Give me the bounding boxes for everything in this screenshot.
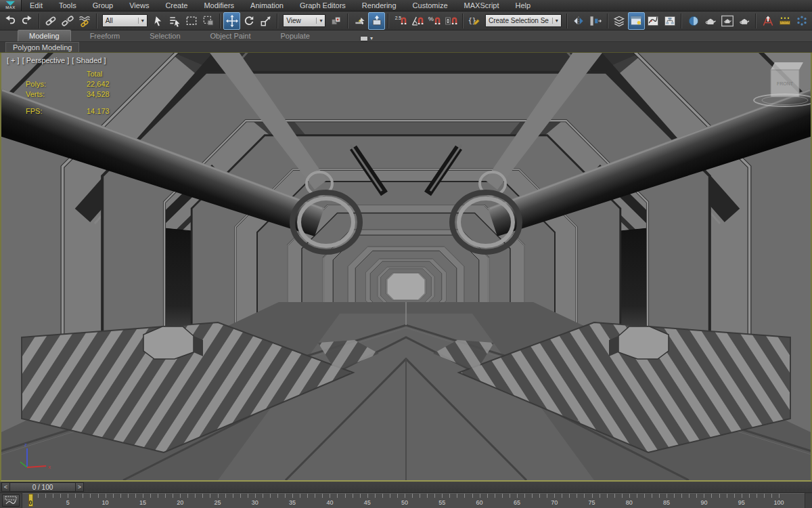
menu-help[interactable]: Help <box>508 0 539 11</box>
frame-tick <box>457 494 457 498</box>
percent-snap-toggle-button[interactable]: % <box>426 12 443 30</box>
perspective-viewport[interactable]: FRONT z x [ + ] [ Perspective ] [ Shaded… <box>0 53 812 482</box>
select-and-move-button[interactable] <box>223 12 240 30</box>
particle-cluster-button[interactable] <box>793 12 810 30</box>
frame-tick <box>622 494 623 498</box>
ribbon-config-icon <box>360 36 368 41</box>
select-and-link-button[interactable] <box>43 12 60 30</box>
rectangular-selection-region-icon <box>185 14 198 28</box>
chevron-down-icon[interactable]: ▾ <box>316 18 325 24</box>
frame-tick <box>667 494 667 498</box>
frame-tick <box>210 494 210 498</box>
undo-button[interactable] <box>2 12 19 30</box>
menu-views[interactable]: Views <box>121 0 157 11</box>
ribbon-minimize-button[interactable]: ▾ <box>356 35 377 41</box>
ribbon-tab-object-paint[interactable]: Object Paint <box>200 30 262 41</box>
time-slider[interactable]: < 0 / 100 > <box>1 482 84 492</box>
polygon-modeling-panel-tab[interactable]: Polygon Modeling <box>5 42 79 52</box>
menu-maxscript[interactable]: MAXScript <box>456 0 508 11</box>
select-and-scale-button[interactable] <box>257 12 274 30</box>
frame-tick <box>263 494 263 498</box>
time-slider-handle[interactable]: 0 / 100 <box>10 482 75 492</box>
rectangular-selection-region-button[interactable] <box>183 12 200 30</box>
svg-text:x: x <box>48 464 51 470</box>
material-editor-button[interactable] <box>685 12 702 30</box>
ribbon-tab-modeling[interactable]: Modeling <box>18 30 71 41</box>
frame-tick <box>495 494 495 498</box>
align-button[interactable] <box>587 12 604 30</box>
timeline-ruler[interactable]: 0510152025303540455055606570758085909510… <box>22 493 805 508</box>
menu-group[interactable]: Group <box>85 0 122 11</box>
frame-tick <box>659 494 660 498</box>
edit-named-selection-sets-button[interactable]: {} <box>466 12 483 30</box>
schematic-view-button[interactable] <box>661 12 678 30</box>
menu-rendering[interactable]: Rendering <box>354 0 405 11</box>
manage-layers-icon <box>612 14 626 28</box>
render-production-button[interactable] <box>736 12 752 30</box>
select-by-name-icon <box>168 14 181 28</box>
angle-snap-toggle-button[interactable] <box>409 12 426 30</box>
reference-coordinate-dropdown[interactable]: View▾ <box>283 14 325 27</box>
render-setup-button[interactable] <box>702 12 719 30</box>
ribbon-toggle-button[interactable] <box>628 12 645 30</box>
use-pivot-point-center-button[interactable] <box>328 12 344 30</box>
previous-frame-button[interactable]: < <box>1 482 10 492</box>
frame-tick <box>150 494 151 498</box>
frame-tick <box>68 494 68 498</box>
ribbon-tab-populate[interactable]: Populate <box>269 30 320 41</box>
menu-edit[interactable]: Edit <box>22 0 51 11</box>
chevron-down-icon[interactable]: ▾ <box>552 18 561 24</box>
menu-modifiers[interactable]: Modifiers <box>196 0 242 11</box>
viewport-menu-general[interactable]: [ + ] <box>7 56 20 64</box>
window-crossing-toggle-button[interactable] <box>200 12 217 30</box>
ribbon-tab-selection[interactable]: Selection <box>139 30 191 41</box>
select-and-rotate-button[interactable] <box>240 12 257 30</box>
menu-animation[interactable]: Animation <box>242 0 292 11</box>
max-application-button[interactable]: ◥◤ MAX <box>0 0 22 11</box>
redo-button[interactable] <box>19 12 36 30</box>
rendered-frame-window-button[interactable] <box>719 12 736 30</box>
spinner-snap-toggle-icon <box>445 14 458 28</box>
snaps-toggle-button[interactable]: 2.5 <box>392 12 409 30</box>
render-trestle-button[interactable] <box>759 12 776 30</box>
ribbon-toggle-icon <box>629 14 643 28</box>
viewport-canvas[interactable]: FRONT z x <box>1 53 811 480</box>
toolbar-separator <box>219 14 221 28</box>
menu-create[interactable]: Create <box>157 0 196 11</box>
measure-ruler-button[interactable] <box>776 12 793 30</box>
spinner-snap-toggle-button[interactable] <box>443 12 459 30</box>
chevron-down-icon[interactable]: ▾ <box>138 18 147 24</box>
curve-editor-button[interactable] <box>645 12 662 30</box>
select-and-scale-icon <box>259 14 273 28</box>
mini-curve-editor-button[interactable] <box>2 494 20 507</box>
next-frame-button[interactable]: > <box>75 482 84 492</box>
frame-tick <box>367 494 368 498</box>
mirror-button[interactable] <box>570 12 587 30</box>
select-and-manipulate-button[interactable] <box>351 12 368 30</box>
frame-tick <box>315 494 315 498</box>
unlink-selection-button[interactable] <box>60 12 76 30</box>
bind-to-space-warp-button[interactable] <box>76 12 93 30</box>
frame-tick <box>83 494 83 498</box>
stats-total-label: Total <box>64 69 110 79</box>
select-object-button[interactable] <box>150 12 166 30</box>
frame-label-30: 30 <box>252 499 258 506</box>
selection-filter-dropdown[interactable]: All▾ <box>102 14 148 27</box>
select-by-name-button[interactable] <box>166 12 183 30</box>
manage-layers-button[interactable] <box>611 12 628 30</box>
measure-ruler-icon <box>778 14 792 28</box>
frame-tick <box>292 494 293 498</box>
frame-label-50: 50 <box>401 499 408 506</box>
ribbon-tab-freeform[interactable]: Freeform <box>79 30 131 41</box>
viewport-menu-pov[interactable]: [ Perspective ] <box>22 56 70 64</box>
viewport-menu-shading[interactable]: [ Shaded ] <box>72 56 106 64</box>
toolbar-separator <box>755 14 757 28</box>
use-pivot-point-center-icon <box>330 14 343 28</box>
menu-graph-editors[interactable]: Graph Editors <box>292 0 354 11</box>
menu-tools[interactable]: Tools <box>51 0 85 11</box>
named-selection-sets-dropdown[interactable]: Create Selection Se▾ <box>485 14 562 27</box>
frame-tick <box>427 494 428 498</box>
keyboard-shortcut-override-button[interactable] <box>368 12 385 30</box>
menu-customize[interactable]: Customize <box>405 0 456 11</box>
frame-tick <box>248 494 248 498</box>
